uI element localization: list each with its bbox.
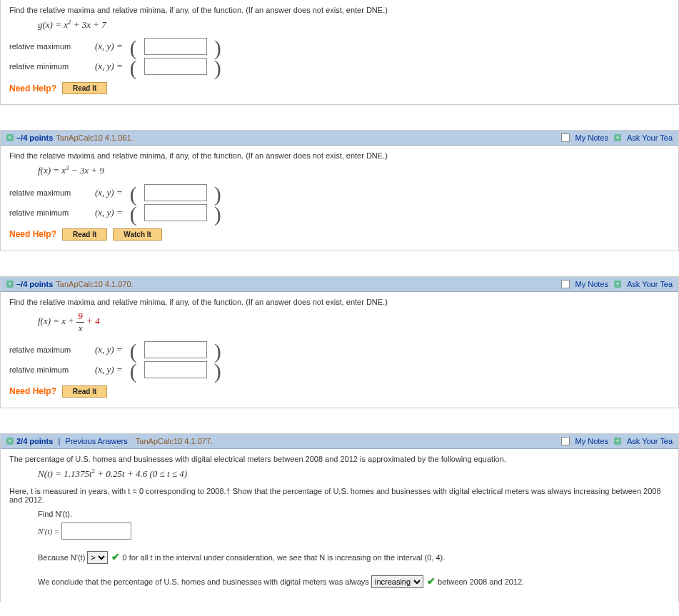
q3-relmax-row: relative maximum (x, y) = ( ) (9, 341, 670, 358)
read-it-button[interactable]: Read It (62, 82, 107, 94)
notes-icon[interactable] (561, 280, 570, 288)
question-2-body: Find the relative maxima and relative mi… (1, 146, 678, 250)
ask-link[interactable]: Ask Your Tea (627, 133, 673, 142)
q2-prompt: Find the relative maxima and relative mi… (9, 151, 670, 160)
q1-relmax-row: relative maximum (x, y) = ( ) (9, 38, 670, 55)
q2-header: + –/4 points TanApCalc10 4.1.061. My Not… (1, 131, 678, 146)
ask-icon[interactable]: + (614, 134, 621, 141)
question-4: + 2/4 points | Previous Answers TanApCal… (0, 433, 679, 602)
q4-ref: TanApCalc10 4.1.077. (136, 437, 213, 445)
q4-nprime-input[interactable] (61, 522, 131, 540)
q3-header: + –/4 points TanApCalc10 4.1.070. My Not… (1, 277, 678, 292)
q4-p1: The percentage of U.S. homes and busines… (9, 455, 670, 463)
q4-points: 2/4 points (16, 437, 53, 445)
q3-relmin-row: relative minimum (x, y) = ( ) (9, 361, 670, 378)
q3-ref: TanApCalc10 4.1.070. (56, 280, 133, 288)
ask-link[interactable]: Ask Your Tea (627, 280, 673, 288)
q3-equation: f(x) = x + 9 x + 4 (38, 310, 670, 334)
q3-points: –/4 points (16, 280, 53, 288)
question-2: + –/4 points TanApCalc10 4.1.061. My Not… (0, 130, 679, 251)
fraction: 9 x (76, 310, 84, 334)
question-3: + –/4 points TanApCalc10 4.1.070. My Not… (0, 276, 679, 408)
question-1-body: Find the relative maxima and relative mi… (1, 0, 678, 104)
xy-equals: (x, y) = (95, 41, 123, 52)
expand-icon[interactable]: + (6, 438, 14, 445)
question-4-body: The percentage of U.S. homes and busines… (1, 449, 678, 602)
q4-because-line: Because N'(t) > ✔ 0 for all t in the int… (38, 551, 670, 564)
my-notes-link[interactable]: My Notes (575, 133, 608, 142)
q2-relmin-input[interactable] (144, 204, 207, 221)
relmin-label: relative minimum (9, 365, 88, 374)
xy-equals: (x, y) = (95, 344, 123, 355)
q1-equation: g(x) = x2 + 3x + 7 (38, 19, 670, 31)
xy-equals: (x, y) = (95, 364, 123, 375)
q4-increasing-select[interactable]: increasing (371, 575, 423, 588)
relmax-label: relative maximum (9, 188, 88, 197)
need-help-row: Need Help? Read It Watch It (9, 228, 670, 241)
q2-relmin-row: relative minimum (x, y) = ( ) (9, 204, 670, 221)
check-icon: ✔ (111, 551, 120, 562)
q4-conclude-line: We conclude that the percentage of U.S. … (38, 575, 670, 588)
xy-equals: (x, y) = (95, 187, 123, 198)
q4-compare-select[interactable]: > (87, 551, 108, 564)
watch-it-button[interactable]: Watch It (113, 228, 162, 241)
q4-header: + 2/4 points | Previous Answers TanApCal… (1, 434, 678, 449)
q1-relmax-input[interactable] (144, 38, 207, 55)
q3-relmin-input[interactable] (144, 361, 207, 378)
relmin-label: relative minimum (9, 62, 88, 71)
check-icon: ✔ (427, 575, 436, 587)
question-3-body: Find the relative maxima and relative mi… (1, 292, 678, 408)
previous-answers-link[interactable]: Previous Answers (65, 437, 127, 445)
q1-prompt: Find the relative maxima and relative mi… (9, 6, 670, 14)
notes-icon[interactable] (561, 437, 570, 445)
need-help-row: Need Help? Read It (9, 385, 670, 398)
ask-link[interactable]: Ask Your Tea (627, 437, 673, 445)
xy-equals: (x, y) = (95, 61, 123, 72)
relmax-label: relative maximum (9, 345, 88, 354)
read-it-button[interactable]: Read It (62, 228, 107, 241)
ask-icon[interactable]: + (614, 438, 621, 445)
q2-relmax-row: relative maximum (x, y) = ( ) (9, 184, 670, 201)
q2-ref: TanApCalc10 4.1.061. (56, 133, 133, 142)
q2-equation: f(x) = x3 − 3x + 9 (38, 164, 670, 176)
xy-equals: (x, y) = (95, 207, 123, 218)
question-1: Find the relative maxima and relative mi… (0, 0, 679, 105)
expand-icon[interactable]: + (6, 281, 14, 288)
q2-points: –/4 points (16, 133, 53, 142)
need-help-label: Need Help? (9, 84, 56, 94)
q1-relmin-row: relative minimum (x, y) = ( ) (9, 58, 670, 75)
q3-prompt: Find the relative maxima and relative mi… (9, 298, 670, 306)
q1-relmin-input[interactable] (144, 58, 207, 75)
need-help-label: Need Help? (9, 386, 56, 396)
q2-relmax-input[interactable] (144, 184, 207, 201)
q4-find-line: Find N'(t). (38, 510, 670, 518)
my-notes-link[interactable]: My Notes (575, 437, 608, 445)
relmax-label: relative maximum (9, 42, 88, 51)
q4-p2: Here, t is measured in years, with t = 0… (9, 487, 670, 504)
q4-equation: N(t) = 1.1375t2 + 0.25t + 4.6 (0 ≤ t ≤ 4… (38, 468, 670, 480)
ask-icon[interactable]: + (614, 281, 621, 288)
read-it-button[interactable]: Read It (62, 385, 107, 398)
my-notes-link[interactable]: My Notes (575, 280, 608, 288)
notes-icon[interactable] (561, 133, 570, 142)
nprime-lhs: N'(t) = (38, 527, 61, 535)
q3-relmax-input[interactable] (144, 341, 207, 358)
need-help-label: Need Help? (9, 229, 56, 239)
relmin-label: relative minimum (9, 208, 88, 217)
q4-nprime-row: N'(t) = (38, 522, 670, 540)
expand-icon[interactable]: + (6, 134, 14, 141)
need-help-row: Need Help? Read It (9, 82, 670, 94)
